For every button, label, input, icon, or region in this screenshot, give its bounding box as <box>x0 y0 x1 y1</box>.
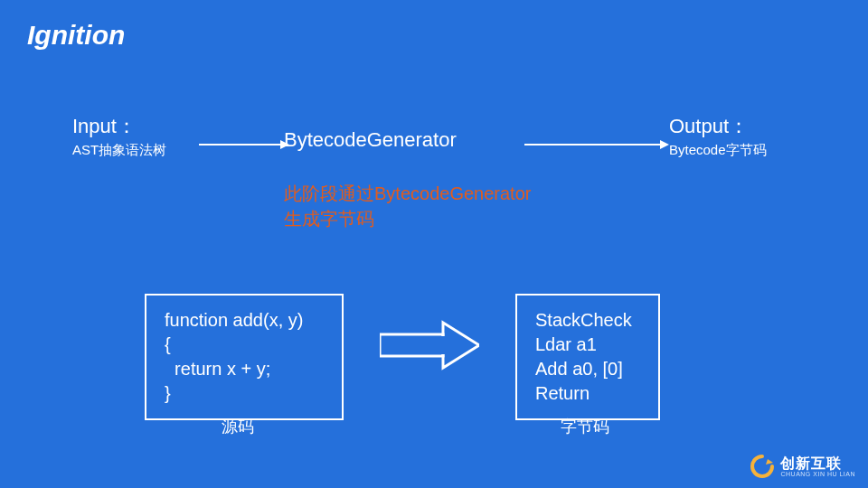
logo-name-pinyin: CHUANG XIN HU LIAN <box>780 471 855 477</box>
svg-rect-6 <box>440 336 446 354</box>
source-caption: 源码 <box>222 416 254 437</box>
big-arrow-right-icon <box>380 318 479 372</box>
slide-title: Ignition <box>27 20 125 51</box>
source-code-box: function add(x, y) { return x + y; } <box>145 294 344 420</box>
input-title: Input： <box>72 113 166 140</box>
output-title: Output： <box>669 113 767 140</box>
bytecode-box: StackCheck Ldar a1 Add a0, [0] Return <box>515 294 660 420</box>
svg-marker-5 <box>443 323 479 368</box>
input-node: Input： AST抽象语法树 <box>72 113 166 159</box>
svg-rect-4 <box>380 334 443 356</box>
arrow-right-icon <box>199 137 289 152</box>
output-node: Output： Bytecode字节码 <box>669 113 767 159</box>
svg-marker-7 <box>766 459 773 465</box>
logo-icon <box>750 454 775 479</box>
arrow-right-icon <box>524 137 669 152</box>
svg-marker-3 <box>660 140 669 149</box>
generator-label: BytecodeGenerator <box>284 128 457 152</box>
stage-annotation: 此阶段通过BytecodeGenerator 生成字节码 <box>284 181 531 231</box>
logo-name-cn: 创新互联 <box>780 456 855 471</box>
brand-logo: 创新互联 CHUANG XIN HU LIAN <box>750 454 855 479</box>
output-subtitle: Bytecode字节码 <box>669 142 767 159</box>
bytecode-caption: 字节码 <box>561 416 609 437</box>
logo-text: 创新互联 CHUANG XIN HU LIAN <box>780 456 855 477</box>
input-subtitle: AST抽象语法树 <box>72 142 166 159</box>
